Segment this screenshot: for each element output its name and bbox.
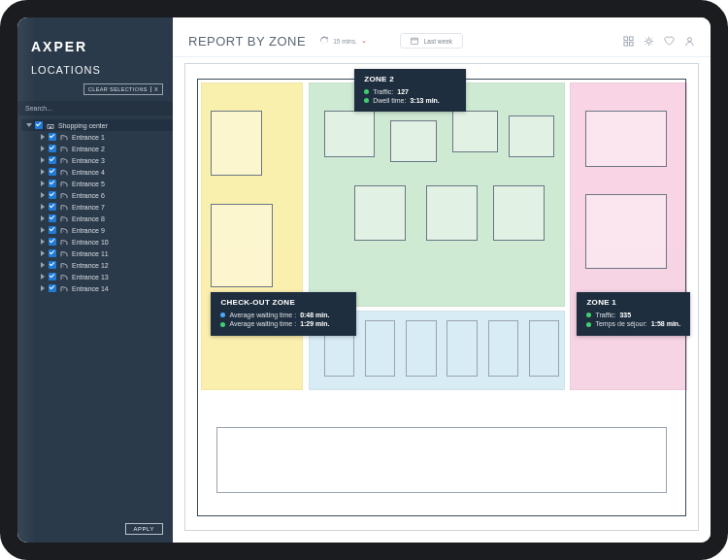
svg-point-23 (687, 37, 691, 41)
checkbox-icon[interactable] (49, 261, 56, 269)
checkbox-icon[interactable] (49, 249, 56, 257)
chevron-right-icon (41, 181, 45, 186)
svg-point-22 (647, 39, 651, 43)
tree-entrance[interactable]: Entrance 10 (35, 236, 173, 247)
tree-entrance[interactable]: Entrance 14 (35, 282, 173, 294)
tree-entrance[interactable]: Entrance 13 (35, 271, 173, 282)
search-input[interactable]: Search... (17, 101, 173, 115)
checkbox-icon[interactable] (49, 284, 56, 292)
tree-entrance-label: Entrance 9 (72, 227, 105, 234)
svg-point-4 (63, 161, 64, 162)
door-icon (60, 134, 68, 140)
bp-room (354, 185, 406, 242)
search-placeholder: Search... (25, 105, 52, 112)
svg-rect-18 (624, 36, 628, 40)
zone1-sejour-value: 1:58 min. (651, 319, 680, 328)
chevron-right-icon (41, 274, 45, 280)
chevron-right-icon (41, 250, 45, 256)
clear-selections-button[interactable]: CLEAR SELECTIONS X (83, 83, 163, 95)
user-icon[interactable] (684, 36, 695, 47)
chevron-right-icon (41, 146, 45, 151)
checkbox-icon[interactable] (49, 180, 56, 187)
grid-icon[interactable] (623, 36, 634, 47)
period-selector[interactable]: Last week (400, 33, 463, 49)
checkbox-icon[interactable] (49, 145, 56, 152)
floorplan-canvas[interactable]: ZONE 2 Traffic: 127 Dwell time: 3:13 min… (184, 63, 699, 531)
tree-entrance-label: Entrance 6 (72, 192, 105, 199)
checkbox-icon[interactable] (49, 273, 56, 280)
svg-point-10 (63, 231, 64, 232)
tree-entrance[interactable]: Entrance 7 (35, 201, 173, 213)
svg-point-15 (63, 289, 64, 290)
refresh-interval-dropdown[interactable]: 15 mins. ⌄ (319, 36, 367, 46)
zone1-traffic-value: 335 (619, 311, 631, 319)
svg-rect-16 (411, 38, 417, 44)
checkbox-icon[interactable] (49, 156, 56, 164)
period-label: Last week (424, 38, 452, 45)
tree-children: Entrance 1Entrance 2Entrance 3Entrance 4… (21, 131, 173, 294)
status-dot-icon (586, 313, 591, 317)
checkbox-icon[interactable] (35, 121, 43, 129)
svg-point-9 (63, 219, 64, 220)
svg-rect-20 (624, 42, 628, 46)
door-icon (60, 181, 68, 186)
tree-entrance-label: Entrance 5 (72, 181, 105, 187)
tree-entrance[interactable]: Entrance 9 (35, 224, 173, 236)
checkbox-icon[interactable] (49, 214, 56, 222)
zone2-title: ZONE 2 (364, 75, 456, 85)
checkout-m2-label: Average waiting time : (229, 319, 296, 328)
gear-icon[interactable] (644, 36, 654, 47)
checkbox-icon[interactable] (49, 168, 56, 176)
tree-entrance[interactable]: Entrance 8 (35, 213, 173, 224)
bp-outline (197, 79, 198, 515)
checkbox-icon[interactable] (49, 226, 56, 234)
chevron-right-icon (41, 285, 45, 291)
bp-shelf (365, 320, 396, 377)
tree-entrance[interactable]: Entrance 12 (35, 259, 173, 271)
chevron-down-icon: ⌄ (361, 37, 367, 45)
bp-outline (197, 515, 687, 516)
tree-entrance[interactable]: Entrance 5 (35, 178, 173, 189)
bp-shelf (406, 320, 437, 377)
checkbox-icon[interactable] (49, 203, 56, 211)
chevron-down-icon (26, 123, 32, 127)
chevron-right-icon (41, 262, 45, 268)
bp-room (426, 185, 478, 242)
svg-point-13 (63, 266, 64, 267)
tree-entrance[interactable]: Entrance 2 (35, 143, 173, 154)
checkbox-icon[interactable] (49, 191, 56, 199)
svg-point-6 (63, 184, 64, 185)
apply-button[interactable]: APPLY (125, 523, 163, 535)
tree-entrance-label: Entrance 10 (72, 239, 109, 246)
tree-entrance[interactable]: Entrance 11 (35, 247, 173, 259)
zone1-traffic-label: Traffic: (595, 311, 615, 319)
tree-entrance[interactable]: Entrance 3 (35, 154, 173, 166)
bp-room (509, 115, 555, 157)
checkbox-icon[interactable] (49, 133, 56, 141)
chevron-right-icon (41, 227, 45, 233)
bp-room (585, 194, 667, 269)
tree-entrance-label: Entrance 12 (72, 262, 109, 269)
door-icon (60, 239, 68, 245)
door-icon (60, 250, 68, 256)
tree-root[interactable]: Shopping center (21, 119, 173, 131)
refresh-interval-label: 15 mins. (333, 38, 357, 45)
chevron-right-icon (41, 204, 45, 210)
zone2-traffic-value: 127 (397, 87, 409, 96)
door-icon (60, 215, 68, 221)
checkout-title: CHECK-OUT ZONE (220, 298, 347, 309)
bp-lane (216, 427, 668, 492)
zone2-dwell-value: 3:13 min. (410, 96, 439, 105)
door-icon (60, 262, 68, 268)
chevron-right-icon (41, 134, 45, 140)
svg-point-11 (63, 243, 64, 244)
tree-entrance[interactable]: Entrance 6 (35, 189, 173, 201)
tree-entrance-label: Entrance 13 (72, 274, 109, 280)
tree-entrance[interactable]: Entrance 1 (35, 131, 173, 143)
tree-entrance[interactable]: Entrance 4 (35, 166, 173, 178)
sidebar-section-title: LOCATIONS (17, 62, 173, 82)
tree-entrance-label: Entrance 2 (72, 146, 105, 152)
heart-icon[interactable] (664, 36, 675, 47)
refresh-icon (319, 36, 329, 46)
checkbox-icon[interactable] (49, 238, 56, 246)
